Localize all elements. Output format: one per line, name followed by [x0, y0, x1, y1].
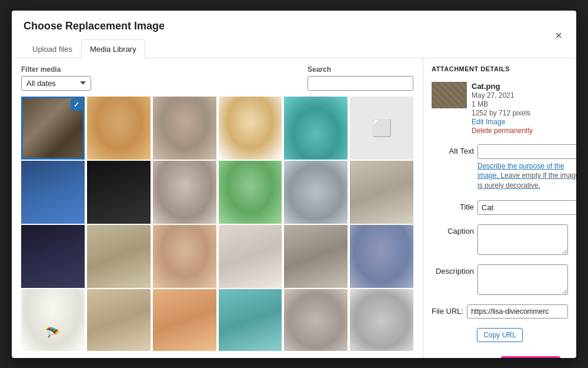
list-item[interactable] — [350, 161, 413, 224]
image-thumbnail — [153, 161, 216, 224]
list-item[interactable] — [87, 97, 151, 160]
attachment-filename: Cat.png — [472, 82, 533, 91]
bottom-row: Required fields are marked * Replace Ima… — [432, 353, 568, 358]
list-item[interactable]: ⬜ — [350, 97, 413, 160]
date-filter-select[interactable]: All datesJanuary 2021February 2021March … — [21, 76, 91, 91]
edit-image-link[interactable]: Edit Image — [472, 118, 533, 126]
attachment-details-title: ATTACHMENT DETAILS — [432, 65, 568, 72]
copy-url-row: Copy URL — [432, 328, 568, 342]
list-item[interactable] — [284, 97, 348, 160]
modal-tabs: Upload files Media Library — [24, 39, 165, 58]
caption-input[interactable] — [477, 224, 568, 255]
modal-title: Choose Replacement Image — [24, 20, 165, 32]
list-item[interactable] — [284, 161, 348, 224]
list-item[interactable] — [284, 289, 348, 351]
description-field-row: Description — [432, 264, 568, 295]
close-button[interactable]: × — [553, 27, 564, 44]
alt-text-input[interactable] — [477, 144, 576, 159]
alt-text-label: Alt Text — [432, 144, 474, 155]
image-thumbnail — [350, 161, 413, 224]
list-item[interactable] — [21, 161, 85, 224]
list-item[interactable] — [284, 225, 348, 289]
placeholder-icon: ⬜ — [372, 118, 392, 138]
caption-field-row: Caption — [432, 224, 568, 255]
search-group: Search — [308, 65, 413, 91]
image-thumbnail — [284, 225, 348, 289]
list-item[interactable] — [219, 97, 282, 160]
search-label: Search — [308, 65, 413, 74]
image-thumbnail — [87, 225, 151, 289]
image-thumbnail — [219, 289, 282, 351]
list-item[interactable]: ✓ — [21, 97, 85, 160]
image-thumbnail — [153, 97, 216, 160]
modal-header: Choose Replacement Image Upload files Me… — [12, 11, 576, 58]
image-thumbnail — [284, 97, 348, 160]
selected-checkmark: ✓ — [71, 99, 82, 111]
file-url-row: File URL: — [432, 304, 568, 319]
filter-label: Filter media — [21, 65, 91, 74]
list-item[interactable] — [87, 161, 151, 224]
list-item[interactable] — [219, 289, 282, 351]
alt-text-hint: Describe the purpose of the image. Leave… — [477, 161, 576, 191]
image-thumbnail: ⬜ — [350, 97, 413, 160]
caption-label: Caption — [432, 224, 474, 236]
image-thumbnail — [87, 161, 151, 224]
image-thumbnail: 🪂 — [21, 289, 85, 351]
modal-header-left: Choose Replacement Image Upload files Me… — [24, 20, 165, 58]
attachment-thumbnail-image — [432, 82, 467, 108]
image-thumbnail — [21, 161, 85, 224]
attachment-meta: Cat.png May 27, 2021 1 MB 1252 by 712 pi… — [472, 82, 533, 135]
list-item[interactable] — [21, 225, 85, 289]
alt-text-field-row: Alt Text Describe the purpose of the ima… — [432, 144, 568, 191]
filter-group: Filter media All datesJanuary 2021Februa… — [21, 65, 91, 91]
list-item[interactable] — [350, 289, 413, 351]
file-url-input[interactable] — [467, 304, 568, 319]
modal: Choose Replacement Image Upload files Me… — [12, 11, 576, 358]
image-thumbnail — [153, 289, 216, 351]
modal-overlay: Choose Replacement Image Upload files Me… — [0, 0, 588, 368]
title-field-row: Title — [432, 200, 568, 215]
attachment-date: May 27, 2021 — [472, 91, 533, 100]
image-thumbnail — [219, 225, 282, 289]
description-label: Description — [432, 264, 474, 276]
image-thumbnail — [87, 97, 151, 160]
image-thumbnail — [284, 161, 348, 224]
image-thumbnail — [87, 289, 151, 351]
replace-image-button[interactable]: Replace Image — [502, 357, 560, 358]
title-input[interactable] — [477, 200, 576, 215]
image-grid: ✓ ⬜ — [21, 97, 413, 351]
image-thumbnail — [350, 225, 413, 289]
list-item[interactable] — [219, 161, 282, 224]
attachment-sidebar: ATTACHMENT DETAILS Cat.png May 27, 2021 … — [423, 58, 576, 358]
description-input[interactable] — [477, 264, 568, 295]
image-thumbnail — [219, 161, 282, 224]
image-thumbnail — [153, 225, 216, 289]
list-item[interactable]: 🪂 — [21, 289, 85, 351]
modal-body: Filter media All datesJanuary 2021Februa… — [12, 58, 576, 358]
search-input[interactable] — [308, 76, 413, 91]
list-item[interactable] — [219, 225, 282, 289]
list-item[interactable] — [87, 289, 151, 351]
image-thumbnail — [284, 289, 348, 351]
list-item[interactable] — [153, 289, 216, 351]
filter-row: Filter media All datesJanuary 2021Februa… — [21, 65, 413, 91]
file-url-label: File URL: — [432, 307, 463, 316]
attachment-thumbnail-row: Cat.png May 27, 2021 1 MB 1252 by 712 pi… — [432, 82, 568, 135]
attachment-size: 1 MB — [472, 100, 533, 108]
tab-upload[interactable]: Upload files — [24, 39, 81, 58]
title-label: Title — [432, 200, 474, 211]
list-item[interactable] — [153, 97, 216, 160]
tab-media-library[interactable]: Media Library — [81, 39, 145, 58]
list-item[interactable] — [153, 225, 216, 289]
image-thumbnail — [21, 225, 85, 289]
media-area: Filter media All datesJanuary 2021Februa… — [12, 58, 423, 358]
image-thumbnail — [219, 97, 282, 160]
copy-url-button[interactable]: Copy URL — [477, 328, 522, 342]
image-thumbnail — [350, 289, 413, 351]
delete-image-link[interactable]: Delete permanently — [472, 127, 533, 135]
list-item[interactable] — [87, 225, 151, 289]
list-item[interactable] — [153, 161, 216, 224]
list-item[interactable] — [350, 225, 413, 289]
attachment-dimensions: 1252 by 712 pixels — [472, 109, 533, 117]
